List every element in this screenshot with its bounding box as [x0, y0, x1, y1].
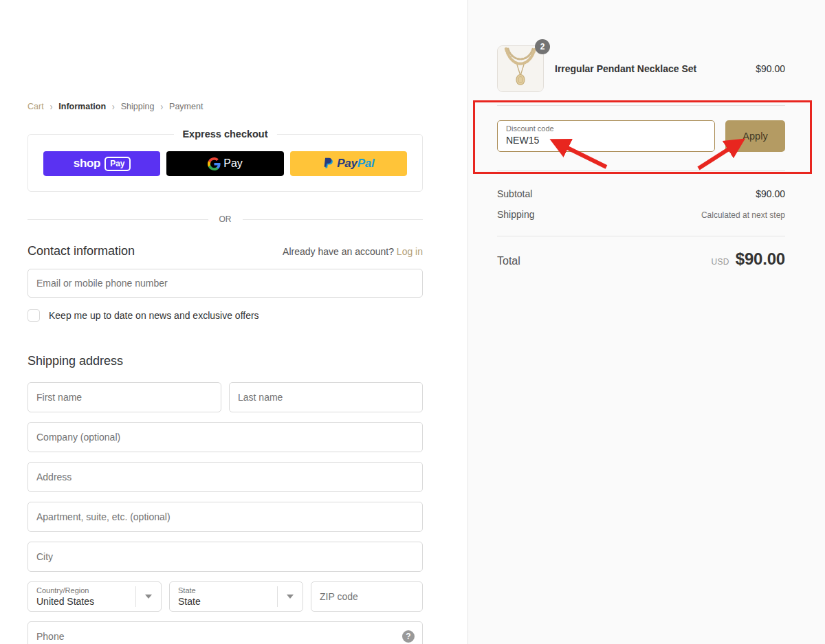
company-input[interactable]	[28, 422, 423, 452]
divider-line	[243, 219, 424, 220]
express-checkout-title: Express checkout	[173, 129, 276, 140]
google-g-icon	[208, 157, 221, 170]
subtotal-label: Subtotal	[497, 188, 532, 199]
first-name-input[interactable]	[28, 382, 221, 412]
newsletter-label: Keep me up to date on news and exclusive…	[49, 310, 259, 321]
product-name: Irregular Pendant Necklace Set	[555, 63, 756, 74]
total-value: $90.00	[736, 249, 785, 269]
order-summary-panel: 2 Irregular Pendant Necklace Set $90.00 …	[468, 0, 825, 644]
divider-line	[497, 105, 785, 106]
shipping-row: Shipping Calculated at next step	[497, 209, 785, 220]
chevron-right-icon: ›	[112, 102, 115, 112]
breadcrumb-payment: Payment	[169, 102, 203, 111]
total-label: Total	[497, 255, 520, 267]
quantity-badge: 2	[535, 39, 550, 54]
product-price: $90.00	[756, 63, 785, 74]
shop-pay-logo: shop	[74, 157, 100, 170]
paypal-logo-icon	[322, 157, 333, 170]
question-mark-icon[interactable]: ?	[402, 630, 415, 643]
zip-code-input[interactable]	[311, 581, 423, 612]
discount-code-input[interactable]: Discount code NEW15	[497, 120, 715, 152]
country-select[interactable]: Country/Region United States	[28, 581, 162, 612]
breadcrumb-shipping: Shipping	[121, 102, 155, 111]
discount-code-value: NEW15	[506, 135, 706, 146]
google-pay-button[interactable]: Pay	[166, 151, 283, 176]
express-checkout-box: Express checkout shop Pay Pa	[28, 134, 423, 192]
last-name-input[interactable]	[229, 382, 423, 412]
paypal-button[interactable]: Pay Pal	[290, 151, 407, 176]
currency-code: USD	[712, 257, 729, 267]
total-row: Total USD $90.00	[497, 249, 785, 269]
breadcrumb-cart[interactable]: Cart	[28, 102, 44, 111]
shipping-address-heading: Shipping address	[28, 354, 423, 368]
country-label: Country/Region	[36, 586, 131, 595]
divider-line	[497, 236, 785, 236]
discount-code-label: Discount code	[506, 124, 706, 133]
divider-line	[28, 219, 208, 220]
breadcrumb: Cart › Information › Shipping › Payment	[28, 102, 423, 111]
chevron-down-icon	[287, 595, 294, 599]
apply-button[interactable]: Apply	[725, 120, 785, 152]
chevron-down-icon	[145, 595, 152, 599]
state-label: State	[178, 586, 272, 595]
account-prompt-text: Already have an account?	[283, 246, 394, 257]
divider-line	[497, 170, 785, 171]
chevron-right-icon: ›	[160, 102, 163, 112]
login-link[interactable]: Log in	[397, 246, 423, 257]
account-prompt: Already have an account? Log in	[283, 246, 423, 257]
chevron-right-icon: ›	[50, 102, 53, 112]
contact-information-heading: Contact information	[28, 244, 135, 258]
subtotal-row: Subtotal $90.00	[497, 188, 785, 199]
shop-pay-badge: Pay	[104, 157, 130, 171]
shipping-label: Shipping	[497, 209, 535, 220]
google-pay-label: Pay	[223, 157, 243, 170]
paypal-label-pay: Pay	[337, 157, 357, 170]
discount-section: Discount code NEW15 Apply	[497, 120, 785, 152]
or-label: OR	[219, 214, 232, 224]
phone-input[interactable]	[28, 621, 423, 644]
cart-line-item: 2 Irregular Pendant Necklace Set $90.00	[497, 45, 785, 92]
state-value: State	[178, 596, 272, 607]
breadcrumb-information: Information	[58, 102, 106, 111]
subtotal-value: $90.00	[756, 188, 785, 199]
state-select[interactable]: State State	[169, 581, 303, 612]
country-dropdown-arrow-zone	[135, 586, 161, 607]
country-value: United States	[36, 596, 131, 607]
state-dropdown-arrow-zone	[277, 586, 302, 607]
checkout-form-panel: Cart › Information › Shipping › Payment …	[0, 0, 468, 644]
annotation-arrows	[468, 0, 825, 644]
apartment-input[interactable]	[28, 502, 423, 532]
city-input[interactable]	[28, 542, 423, 572]
or-divider: OR	[28, 214, 423, 224]
paypal-label-pal: Pal	[358, 157, 375, 170]
email-input[interactable]	[28, 269, 423, 298]
shipping-note: Calculated at next step	[701, 210, 785, 220]
newsletter-checkbox[interactable]	[28, 309, 40, 322]
shop-pay-button[interactable]: shop Pay	[43, 151, 160, 176]
address-input[interactable]	[28, 462, 423, 492]
